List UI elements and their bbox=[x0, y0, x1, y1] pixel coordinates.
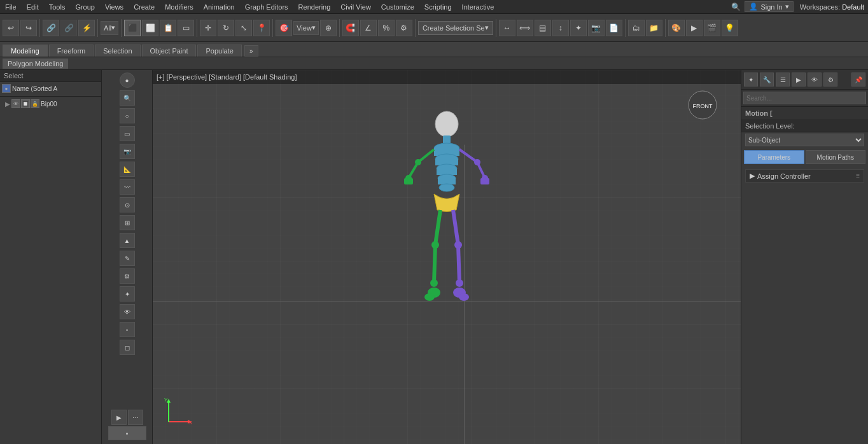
menu-rendering[interactable]: Rendering bbox=[293, 2, 336, 12]
motion-paths-tab[interactable]: Motion Paths bbox=[806, 150, 866, 164]
undo-button[interactable]: ↩ bbox=[3, 20, 19, 36]
viewport-compass[interactable]: FRONT bbox=[683, 89, 722, 127]
render-frame-button[interactable]: ▶ bbox=[686, 20, 703, 36]
sub-object-dropdown[interactable]: Sub-Object bbox=[745, 134, 864, 146]
subtab-polygon-modeling[interactable]: Polygon Modeling bbox=[3, 59, 68, 69]
scene-filter-radio[interactable]: ● bbox=[2, 84, 11, 93]
mirror-button[interactable]: ↔ bbox=[499, 20, 515, 36]
snap-toggle[interactable]: 🧲 bbox=[342, 20, 359, 36]
tab-object-paint[interactable]: Object Paint bbox=[142, 45, 197, 57]
select-by-name-button[interactable]: 📋 bbox=[160, 20, 176, 36]
lp-grid[interactable]: ⚙ bbox=[120, 268, 135, 284]
align-camera-button[interactable]: 📷 bbox=[588, 20, 605, 36]
viewport[interactable]: [+] [Perspective] [Standard] [Default Sh… bbox=[153, 70, 741, 444]
angle-snap[interactable]: ∠ bbox=[360, 20, 377, 36]
menu-modifiers[interactable]: Modifiers bbox=[160, 2, 199, 12]
bind-spacewarp-button[interactable]: ⚡ bbox=[78, 20, 95, 36]
menu-animation[interactable]: Animation bbox=[199, 2, 240, 12]
menu-graph-editors[interactable]: Graph Editors bbox=[240, 2, 293, 12]
render-production-button[interactable]: 🎬 bbox=[704, 20, 720, 36]
menu-civil-view[interactable]: Civil View bbox=[335, 2, 375, 12]
lp-square2[interactable]: ◻ bbox=[120, 340, 135, 355]
lp-camera[interactable]: 📷 bbox=[120, 144, 135, 159]
pivot-button[interactable]: ⊕ bbox=[320, 20, 337, 36]
align-button[interactable]: ⟺ bbox=[517, 20, 533, 36]
link-button[interactable]: 🔗 bbox=[43, 20, 59, 36]
lp-pointer[interactable]: ▲ bbox=[120, 233, 135, 248]
lp-ruler[interactable]: 📐 bbox=[120, 162, 135, 177]
toolbar-sep-1 bbox=[39, 19, 40, 37]
menu-create[interactable]: Create bbox=[129, 2, 160, 12]
assign-controller-header[interactable]: ▶ Assign Controller ≡ bbox=[745, 169, 864, 183]
lp-rect-select[interactable]: ▭ bbox=[120, 126, 135, 141]
motion-label: Motion [ bbox=[741, 107, 868, 120]
rp-pin-icon[interactable]: 📌 bbox=[851, 73, 865, 87]
svg-rect-19 bbox=[404, 178, 413, 184]
align-view-button[interactable]: ▤ bbox=[535, 20, 551, 36]
lp-wavy[interactable]: 〰 bbox=[120, 179, 135, 195]
rp-utility-icon[interactable]: ⚙ bbox=[823, 73, 837, 87]
parameters-tab[interactable]: Parameters bbox=[744, 150, 804, 164]
menu-interactive[interactable]: Interactive bbox=[457, 2, 500, 12]
rp-motion-icon[interactable]: ▶ bbox=[792, 73, 806, 87]
signin-button[interactable]: 👤 Sign In ▾ bbox=[745, 1, 793, 12]
view-dropdown[interactable]: View▾ bbox=[293, 21, 319, 35]
rp-search-input[interactable] bbox=[743, 92, 866, 104]
lp-select-mode[interactable]: ● bbox=[120, 73, 135, 88]
svg-line-27 bbox=[434, 245, 435, 283]
filter-dropdown[interactable]: All▾ bbox=[101, 21, 118, 35]
menu-edit[interactable]: Edit bbox=[22, 2, 44, 12]
redo-button[interactable]: ↪ bbox=[20, 20, 37, 36]
unlink-button[interactable]: 🔗 bbox=[60, 20, 77, 36]
placement-button[interactable]: 📍 bbox=[253, 20, 270, 36]
lp-zoom-extents[interactable]: 🔍 bbox=[120, 90, 135, 106]
align-layers-button[interactable]: 📄 bbox=[606, 20, 622, 36]
lp-paint[interactable]: ✎ bbox=[120, 251, 135, 266]
layer-manager-button[interactable]: 🗂 bbox=[628, 20, 645, 36]
spinner-snap[interactable]: ⚙ bbox=[396, 20, 412, 36]
percent-snap[interactable]: % bbox=[378, 20, 395, 36]
lp-mesh[interactable]: ⊞ bbox=[120, 215, 135, 230]
rect-select-button[interactable]: ▭ bbox=[178, 20, 194, 36]
tab-freeform[interactable]: Freeform bbox=[49, 45, 94, 57]
lp-scroll[interactable]: ⋯ bbox=[128, 410, 143, 425]
tab-modeling[interactable]: Modeling bbox=[3, 45, 48, 57]
toolbar-sep-2 bbox=[97, 19, 98, 37]
tab-populate[interactable]: Populate bbox=[197, 45, 241, 57]
menu-customize[interactable]: Customize bbox=[376, 2, 419, 12]
menu-group[interactable]: Group bbox=[70, 2, 100, 12]
lp-viewport-shade[interactable]: ▪ bbox=[108, 426, 146, 440]
lp-play[interactable]: ▶ bbox=[111, 410, 127, 425]
menu-tools[interactable]: Tools bbox=[44, 2, 71, 12]
lp-sphere[interactable]: ⊙ bbox=[120, 197, 135, 212]
select-button[interactable]: ⬛ bbox=[124, 20, 141, 36]
lp-circle-select[interactable]: ○ bbox=[120, 108, 135, 123]
rotate-button[interactable]: ↻ bbox=[218, 20, 234, 36]
tab-selection[interactable]: Selection bbox=[95, 45, 140, 57]
lp-eye[interactable]: 👁 bbox=[120, 304, 135, 319]
rp-create-icon[interactable]: ✦ bbox=[744, 73, 758, 87]
create-selection-set-button[interactable]: Create Selection Se▾ bbox=[418, 21, 493, 35]
lp-square[interactable]: ▫ bbox=[120, 322, 135, 337]
select-region-button[interactable]: ⬜ bbox=[142, 20, 158, 36]
menu-scripting[interactable]: Scripting bbox=[419, 2, 457, 12]
workspaces-area: Workspaces: Default bbox=[796, 3, 868, 11]
scene-explorer-button[interactable]: 📁 bbox=[646, 20, 662, 36]
sub-tab-bar: Polygon Modeling bbox=[0, 57, 868, 70]
rp-modify-icon[interactable]: 🔧 bbox=[760, 73, 774, 87]
tab-extras-button[interactable]: » bbox=[244, 45, 258, 57]
rp-display-icon[interactable]: 👁 bbox=[808, 73, 822, 87]
lp-star[interactable]: ✦ bbox=[120, 286, 135, 302]
ref-coord-button[interactable]: 🎯 bbox=[276, 20, 292, 36]
active-shade-button[interactable]: 💡 bbox=[722, 20, 738, 36]
place-highlight-button[interactable]: ✦ bbox=[570, 20, 587, 36]
render-setup-button[interactable]: 🎨 bbox=[668, 20, 685, 36]
scale-button[interactable]: ⤡ bbox=[235, 20, 252, 36]
scene-tree-row[interactable]: ▶ 👁 🔲 🔒 Bip00 bbox=[3, 98, 99, 109]
rp-hierarchy-icon[interactable]: ☰ bbox=[776, 73, 790, 87]
rp-search-area bbox=[741, 90, 868, 107]
normal-align-button[interactable]: ↕ bbox=[552, 20, 569, 36]
menu-file[interactable]: File bbox=[0, 2, 22, 12]
menu-views[interactable]: Views bbox=[100, 2, 129, 12]
move-button[interactable]: ✛ bbox=[200, 20, 216, 36]
